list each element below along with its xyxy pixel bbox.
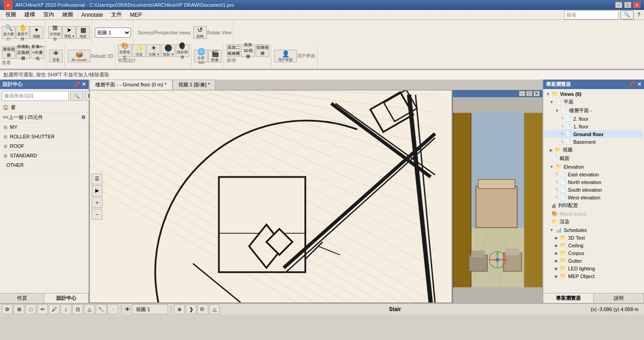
rotate-button[interactable]: ↺ 旋轉 bbox=[193, 26, 207, 39]
dot-status-button[interactable]: · bbox=[107, 304, 118, 314]
category-roller-shutter[interactable]: ⊞ ROLLER SHUTTER bbox=[0, 132, 89, 142]
view1-tab[interactable]: 視圖 1 [影像] * bbox=[173, 80, 216, 90]
tree-item-mood[interactable]: 🎨 Mood board bbox=[544, 210, 643, 217]
zoom-window-button[interactable]: 🔍 放大窗口 bbox=[2, 26, 15, 39]
tree-item-corpus[interactable]: ▶ 📁 Corpus bbox=[544, 249, 643, 257]
maximize-button[interactable]: □ bbox=[624, 2, 631, 8]
tri-status-button[interactable]: △ bbox=[209, 304, 220, 314]
menu-item-mep[interactable]: MEP bbox=[126, 11, 145, 19]
navigate-right-button[interactable]: ▶ bbox=[92, 185, 103, 196]
settings-icon[interactable]: ⚙ bbox=[81, 114, 86, 120]
preview-close[interactable]: ✕ bbox=[533, 91, 540, 96]
settings-status-button[interactable]: ⚙ bbox=[2, 304, 13, 314]
floor-plan-tab[interactable]: 樓層平面 - - Ground floor (0 m) * bbox=[89, 80, 173, 90]
tree-item-view-group[interactable]: ▶ 📁 視圖 bbox=[544, 146, 643, 154]
pan-button[interactable]: ✋ 畫面平移 bbox=[16, 26, 29, 39]
menu-item-file[interactable]: 文件 bbox=[107, 10, 126, 19]
tree-item-south-elev[interactable]: └ 📄 South elevation bbox=[544, 186, 643, 194]
category-my[interactable]: ⊞ MY bbox=[0, 123, 89, 132]
help-icon[interactable]: ? bbox=[635, 12, 642, 18]
help-tab[interactable]: 說明 bbox=[594, 293, 644, 303]
right-status-button[interactable]: ❯ bbox=[186, 304, 196, 314]
view-select[interactable]: 視圖 1 bbox=[95, 28, 131, 38]
tree-item-schedules[interactable]: ▼ 📊 Schedules bbox=[544, 226, 643, 234]
arrow-status-button[interactable]: ↕ bbox=[61, 304, 71, 314]
tree-item-plan[interactable]: ▼ 📄 平面 bbox=[544, 98, 643, 106]
snap-status-button[interactable]: □ bbox=[25, 304, 36, 314]
perspective-view-button[interactable]: 透視視圖 bbox=[2, 46, 15, 59]
tree-item-3dtext[interactable]: ▶ 📁 3D Text bbox=[544, 234, 643, 241]
floor-button[interactable]: ▦ 地板 bbox=[76, 26, 90, 39]
zoom-in-button[interactable]: + bbox=[92, 197, 103, 208]
animation-button[interactable]: 🎬 動畫 bbox=[208, 50, 222, 62]
tree-item-elevation[interactable]: ▼ 📁 Elevation bbox=[544, 163, 643, 170]
search-button[interactable]: 🔍 bbox=[620, 10, 634, 19]
preview-maximize[interactable]: □ bbox=[526, 91, 532, 96]
menu-item-interior[interactable]: 室內 bbox=[40, 10, 58, 19]
category-roof[interactable]: ⊞ ROOF bbox=[0, 142, 89, 151]
navigate-button[interactable]: ➤ 導航 ▾ bbox=[62, 26, 76, 39]
switch-view-button[interactable]: 切換視圖 bbox=[256, 44, 269, 57]
image-vector-button[interactable]: 影像<->向量化 bbox=[31, 46, 44, 59]
title-controls[interactable]: − □ ✕ bbox=[615, 2, 640, 8]
tree-item-views[interactable]: ▼ 📁 Views (6) bbox=[544, 90, 643, 98]
list-view-button[interactable]: ☰ bbox=[92, 174, 103, 184]
tree-item-floor-plan[interactable]: ▼ 📄 樓層平面 - bbox=[544, 106, 643, 115]
expert-browser-tab[interactable]: 專案瀏覽器 bbox=[543, 293, 594, 303]
add-2d-button[interactable]: 添加二維繪圖 bbox=[227, 44, 240, 57]
design-search-button[interactable]: 🔍 bbox=[70, 91, 83, 101]
minimize-button[interactable]: − bbox=[615, 2, 622, 8]
select-status-button[interactable]: ⊡ bbox=[72, 304, 83, 314]
tree-item-1floor[interactable]: └ 📄 1. floor bbox=[544, 123, 643, 130]
tree-item-ground-floor[interactable]: └ 📄 Ground floor bbox=[544, 130, 643, 138]
tree-item-ceiling[interactable]: ▶ 📁 Ceiling bbox=[544, 241, 643, 249]
pen-status-button[interactable]: 🖊 bbox=[49, 304, 60, 314]
tree-item-basement[interactable]: └ 📄 Basement bbox=[544, 138, 643, 146]
main-drawing-viewport[interactable]: ☰ ▶ + − bbox=[89, 90, 452, 303]
tree-item-section[interactable]: 📄 截面 bbox=[544, 154, 643, 163]
sun-button[interactable]: ☀ 太陽 ▾ bbox=[147, 44, 160, 57]
category-standard[interactable]: ⊞ STANDARD bbox=[0, 151, 89, 161]
add-3d-button[interactable]: 添加3D視圖 bbox=[241, 44, 255, 57]
menu-item-draw[interactable]: 繪圖 bbox=[59, 10, 77, 19]
home-icon[interactable]: 🏠 bbox=[3, 104, 9, 110]
menu-item-view[interactable]: 視圖 bbox=[2, 10, 20, 19]
tree-item-west-elev[interactable]: └ 📄 West elevation bbox=[544, 194, 643, 201]
right-panel-close-icon[interactable]: ✕ bbox=[637, 81, 641, 87]
fit-all-button[interactable]: ⊞ 全部縮放 bbox=[48, 26, 62, 39]
close-button[interactable]: ✕ bbox=[633, 2, 640, 8]
right-panel-pin-icon[interactable]: 📌 bbox=[629, 81, 635, 87]
shadow-sim-button[interactable]: 🌒 陰影模擬 bbox=[176, 44, 189, 57]
render-button[interactable]: ✨ 渲染 bbox=[132, 44, 146, 57]
visual-style-button[interactable]: 🎨 視覺樣式 bbox=[118, 44, 131, 57]
tree-item-2floor[interactable]: └ 📄 2. floor bbox=[544, 115, 643, 123]
plus-status-button[interactable]: ⊕ bbox=[174, 304, 185, 314]
tree-item-render[interactable]: 📁 渲染 bbox=[544, 217, 643, 226]
preview-minimize[interactable]: − bbox=[519, 91, 525, 96]
menu-item-annotate[interactable]: Annotate bbox=[78, 11, 107, 19]
shadow-button[interactable]: 🌑 陰影 ▾ bbox=[161, 44, 175, 57]
tree-item-gutter[interactable]: ▶ 📁 Gutter bbox=[544, 257, 643, 264]
tree-item-mep-obj[interactable]: ▶ 📁 MEP Object bbox=[544, 272, 643, 280]
tree-item-led[interactable]: ▶ 📁 LED lighting bbox=[544, 264, 643, 272]
look-button[interactable]: 👁 查看 bbox=[49, 50, 63, 62]
tree-item-east-elev[interactable]: └ 📄 East elevation bbox=[544, 170, 643, 178]
zoom-out-button[interactable]: − bbox=[92, 209, 103, 220]
panel-close-icon[interactable]: ✕ bbox=[82, 81, 86, 87]
tree-item-north-elev[interactable]: └ 📄 North elevation bbox=[544, 178, 643, 186]
category-other[interactable]: OTHER bbox=[0, 161, 89, 170]
design-center-tab[interactable]: 設計中心 bbox=[44, 293, 89, 303]
design-center-search[interactable] bbox=[2, 91, 69, 101]
panel-pin-icon[interactable]: 📌 bbox=[74, 81, 80, 87]
search-input[interactable] bbox=[564, 10, 618, 19]
two-point-view-button[interactable]: 依兩點定義視圖 bbox=[16, 46, 30, 59]
draw-status-button[interactable]: ✏ bbox=[37, 304, 48, 314]
tree-item-print[interactable]: 🖨 列印配置 bbox=[544, 201, 643, 210]
panorama-button[interactable]: 🌐 全景 360 bbox=[194, 50, 208, 62]
properties-tab[interactable]: 性質 bbox=[0, 293, 44, 303]
3d-canvas[interactable] bbox=[453, 97, 542, 303]
3d-model-button[interactable]: 📦 3D model bbox=[68, 50, 90, 62]
tool-status-button[interactable]: 🔧 bbox=[96, 304, 107, 314]
menu-item-build[interactable]: 建構 bbox=[21, 10, 39, 19]
user-interface-button[interactable]: 👤 用戶界面 bbox=[274, 50, 297, 62]
